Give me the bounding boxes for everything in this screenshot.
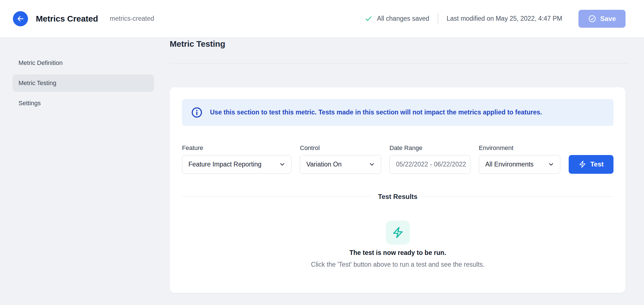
header-right: All changes saved Last modified on May 2… — [365, 10, 626, 28]
save-status: All changes saved — [377, 15, 429, 22]
sidebar-item-label: Metric Testing — [18, 79, 56, 87]
sidebar-item-label: Settings — [18, 100, 41, 107]
divider-line — [182, 196, 371, 197]
save-button[interactable]: Save — [578, 10, 626, 28]
chevron-down-icon — [279, 161, 286, 168]
test-config-row: Feature Feature Impact Reporting Control… — [182, 144, 613, 174]
bolt-icon — [578, 160, 586, 168]
chevron-down-icon — [548, 161, 554, 168]
save-button-label: Save — [600, 15, 616, 23]
bolt-tile — [386, 220, 410, 245]
ready-subtitle: Click the 'Test' button above to run a t… — [311, 260, 485, 269]
feature-select[interactable]: Feature Impact Reporting — [182, 155, 291, 174]
environment-select[interactable]: All Environments — [479, 155, 560, 174]
metric-testing-card: Use this section to test this metric. Te… — [170, 87, 626, 293]
sidebar-item-settings[interactable]: Settings — [13, 95, 154, 112]
heading-divider — [170, 63, 629, 64]
page-body: Metric Definition Metric Testing Setting… — [0, 38, 644, 305]
metric-key: metrics-created — [110, 15, 154, 22]
check-icon — [365, 15, 372, 22]
environment-select-value: All Environments — [485, 161, 534, 168]
header: Metrics Created metrics-created All chan… — [0, 0, 644, 37]
section-heading: Metric Testing — [170, 38, 626, 50]
check-circle-icon — [588, 15, 596, 23]
info-icon — [191, 107, 203, 118]
sidebar-item-label: Metric Definition — [18, 59, 63, 67]
control-field: Control Variation On — [300, 144, 381, 174]
info-banner-text: Use this section to test this metric. Te… — [210, 109, 542, 116]
feature-field: Feature Feature Impact Reporting — [182, 144, 291, 174]
date-range-input[interactable]: 05/22/2022 - 06/22/2022 — [389, 155, 470, 174]
test-button[interactable]: Test — [569, 155, 613, 174]
chevron-down-icon — [368, 161, 375, 168]
sidebar: Metric Definition Metric Testing Setting… — [13, 54, 154, 112]
date-range-value: 05/22/2022 - 06/22/2022 — [396, 161, 466, 168]
control-select-value: Variation On — [306, 161, 342, 168]
control-select[interactable]: Variation On — [300, 155, 381, 174]
divider-line — [424, 196, 613, 197]
environment-label: Environment — [479, 144, 560, 152]
test-button-label: Test — [590, 160, 604, 168]
arrow-left-icon — [17, 15, 24, 23]
date-range-label: Date Range — [389, 144, 470, 152]
control-label: Control — [300, 144, 381, 152]
feature-label: Feature — [182, 144, 291, 152]
test-results-empty-state: The test is now ready to be run. Click t… — [182, 201, 613, 269]
feature-select-value: Feature Impact Reporting — [188, 161, 262, 168]
header-divider — [438, 13, 438, 25]
ready-title: The test is now ready to be run. — [349, 248, 446, 257]
test-results-heading: Test Results — [378, 193, 417, 201]
sidebar-item-metric-definition[interactable]: Metric Definition — [13, 54, 154, 72]
date-range-field: Date Range 05/22/2022 - 06/22/2022 — [389, 144, 470, 174]
header-left: Metrics Created metrics-created — [13, 11, 154, 26]
main-content: Metric Testing Use this section to test … — [170, 38, 626, 293]
sidebar-item-metric-testing[interactable]: Metric Testing — [13, 74, 154, 92]
info-banner: Use this section to test this metric. Te… — [182, 99, 613, 126]
last-modified: Last modified on May 25, 2022, 4:47 PM — [447, 15, 562, 22]
bolt-icon — [392, 226, 404, 239]
test-results-divider: Test Results — [182, 193, 613, 201]
back-button[interactable] — [13, 11, 28, 26]
environment-field: Environment All Environments — [479, 144, 560, 174]
page-title: Metrics Created — [36, 14, 98, 24]
